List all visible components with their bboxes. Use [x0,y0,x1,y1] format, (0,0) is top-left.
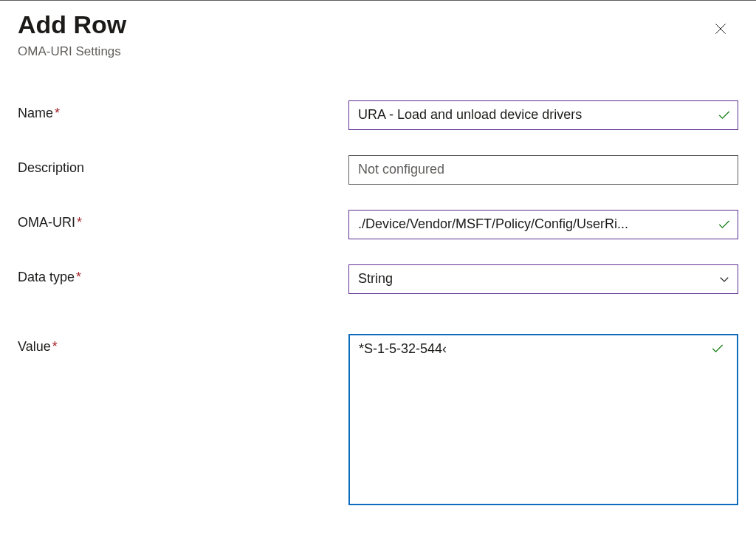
value-textarea-wrapper[interactable] [348,334,738,505]
panel-title: Add Row [18,10,126,40]
data-type-select[interactable]: String [348,264,738,294]
name-input-wrapper[interactable] [348,100,738,130]
description-input-wrapper[interactable] [348,155,738,185]
checkmark-icon [711,108,738,123]
required-marker: * [76,270,81,284]
oma-uri-label: OMA-URI* [18,210,348,230]
close-icon [713,21,728,36]
value-label: Value* [18,334,348,355]
checkmark-icon [704,341,731,356]
value-textarea[interactable] [350,335,710,504]
close-button[interactable] [710,18,731,39]
name-label: Name* [18,100,348,121]
required-marker: * [55,106,60,120]
required-marker: * [52,339,58,354]
name-input[interactable] [349,101,711,129]
required-marker: * [77,215,82,230]
data-type-label: Data type* [18,264,348,285]
description-label: Description [18,155,348,176]
chevron-down-icon [711,273,738,286]
panel-subtitle: OMA-URI Settings [18,44,126,59]
oma-uri-input[interactable] [349,211,711,239]
checkmark-icon [711,217,738,232]
oma-uri-input-wrapper[interactable] [348,210,738,239]
data-type-value: String [349,271,711,287]
description-input[interactable] [349,156,738,184]
